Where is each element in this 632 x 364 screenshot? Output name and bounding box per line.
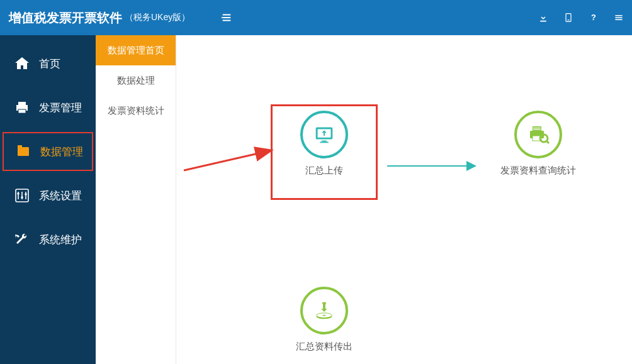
- svg-rect-17: [320, 141, 328, 143]
- home-icon: [14, 55, 30, 72]
- svg-rect-7: [18, 145, 22, 148]
- svg-rect-22: [533, 130, 541, 130]
- sidebar-item-settings[interactable]: 系统设置: [0, 176, 96, 215]
- app-title: 增值税发票开票软件: [9, 9, 122, 26]
- action-label: 汇总资料传出: [277, 341, 371, 353]
- svg-rect-8: [20, 152, 22, 154]
- svg-rect-29: [322, 302, 326, 304]
- svg-point-12: [25, 193, 27, 196]
- help-icon[interactable]: ?: [588, 12, 599, 23]
- sidebar-item-data[interactable]: 数据管理: [3, 132, 93, 171]
- download-icon[interactable]: [538, 12, 549, 23]
- subnav: 数据管理首页 数据处理 发票资料统计: [96, 35, 176, 364]
- data-card-icon: [15, 143, 31, 160]
- query-printer-icon: [514, 111, 562, 158]
- svg-rect-4: [18, 102, 26, 105]
- svg-rect-21: [533, 128, 541, 128]
- sidebar-item-label: 数据管理: [40, 145, 83, 159]
- svg-rect-5: [18, 109, 26, 113]
- content-area: 汇总上传 发票资料查询统计: [176, 35, 632, 364]
- subnav-item-label: 数据管理首页: [108, 45, 164, 57]
- sliders-icon: [14, 187, 30, 204]
- sidebar-item-label: 系统维护: [39, 233, 82, 247]
- sidebar-item-maintenance[interactable]: 系统维护: [0, 220, 96, 259]
- subnav-item-home[interactable]: 数据管理首页: [96, 35, 176, 65]
- menu-collapse-icon: [221, 12, 232, 23]
- svg-rect-0: [566, 14, 571, 22]
- export-disk-icon: [300, 287, 348, 334]
- subnav-item-stats[interactable]: 发票资料统计: [96, 96, 176, 126]
- sidebar-item-home[interactable]: 首页: [0, 44, 96, 83]
- app-subtitle: （税务UKey版）: [125, 12, 190, 23]
- action-export[interactable]: 汇总资料传出: [277, 287, 371, 353]
- action-label: 发票资料查询统计: [491, 165, 585, 177]
- upload-monitor-icon: [300, 111, 348, 158]
- tools-icon: [14, 231, 30, 248]
- topbar: 增值税发票开票软件 （税务UKey版） ?: [0, 0, 632, 35]
- subnav-item-process[interactable]: 数据处理: [96, 65, 176, 96]
- svg-text:?: ?: [591, 13, 596, 22]
- action-query[interactable]: 发票资料查询统计: [491, 111, 585, 177]
- svg-rect-16: [322, 141, 327, 142]
- action-label: 汇总上传: [277, 165, 371, 177]
- svg-line-13: [184, 150, 272, 170]
- subnav-item-label: 发票资料统计: [108, 105, 164, 117]
- svg-rect-20: [533, 126, 541, 131]
- flow-arrow-icon: [387, 160, 482, 172]
- printer-icon: [14, 99, 30, 116]
- sidebar-item-invoice[interactable]: 发票管理: [0, 88, 96, 127]
- svg-line-25: [546, 141, 549, 143]
- svg-point-10: [17, 192, 20, 195]
- svg-point-11: [21, 196, 23, 199]
- svg-rect-6: [18, 147, 29, 156]
- sidebar-item-label: 首页: [39, 57, 60, 71]
- collapse-toggle[interactable]: [208, 12, 245, 23]
- sidebar-item-label: 发票管理: [39, 101, 82, 115]
- menu-icon[interactable]: [613, 12, 624, 23]
- sidebar-item-label: 系统设置: [39, 189, 82, 203]
- svg-point-28: [322, 315, 326, 316]
- action-upload[interactable]: 汇总上传: [277, 111, 371, 177]
- subnav-item-label: 数据处理: [117, 75, 155, 87]
- svg-rect-1: [567, 19, 569, 20]
- device-icon[interactable]: [563, 12, 574, 23]
- sidebar: 首页 发票管理 数据管理 系统设置 系统维护: [0, 35, 96, 364]
- topbar-right: ?: [538, 12, 624, 23]
- annotation-arrow-icon: [184, 145, 278, 177]
